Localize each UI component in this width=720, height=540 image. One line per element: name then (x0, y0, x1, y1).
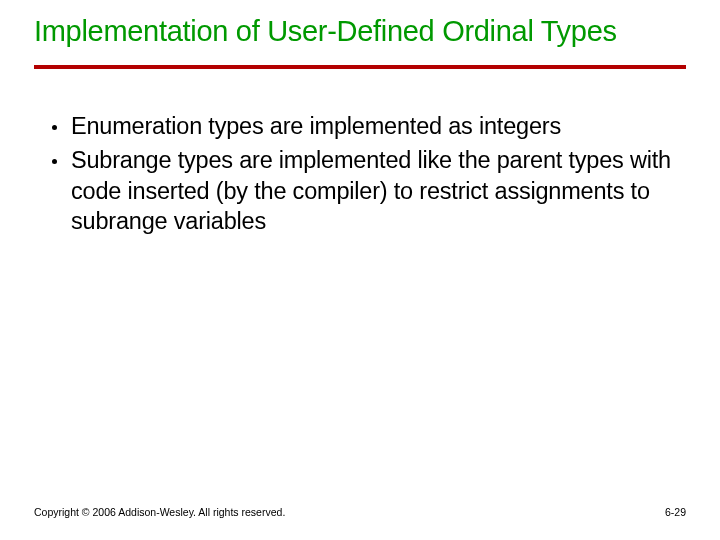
slide-footer: Copyright © 2006 Addison-Wesley. All rig… (34, 506, 686, 518)
bullet-icon (52, 159, 57, 164)
list-item: Enumeration types are implemented as int… (52, 111, 676, 141)
page-number: 6-29 (665, 506, 686, 518)
slide: Implementation of User-Defined Ordinal T… (0, 0, 720, 540)
bullet-text: Subrange types are implemented like the … (71, 145, 676, 235)
bullet-text: Enumeration types are implemented as int… (71, 111, 561, 141)
slide-title: Implementation of User-Defined Ordinal T… (34, 14, 686, 59)
title-underline (34, 65, 686, 69)
slide-body: Enumeration types are implemented as int… (34, 111, 686, 235)
copyright-text: Copyright © 2006 Addison-Wesley. All rig… (34, 506, 285, 518)
bullet-icon (52, 125, 57, 130)
list-item: Subrange types are implemented like the … (52, 145, 676, 235)
